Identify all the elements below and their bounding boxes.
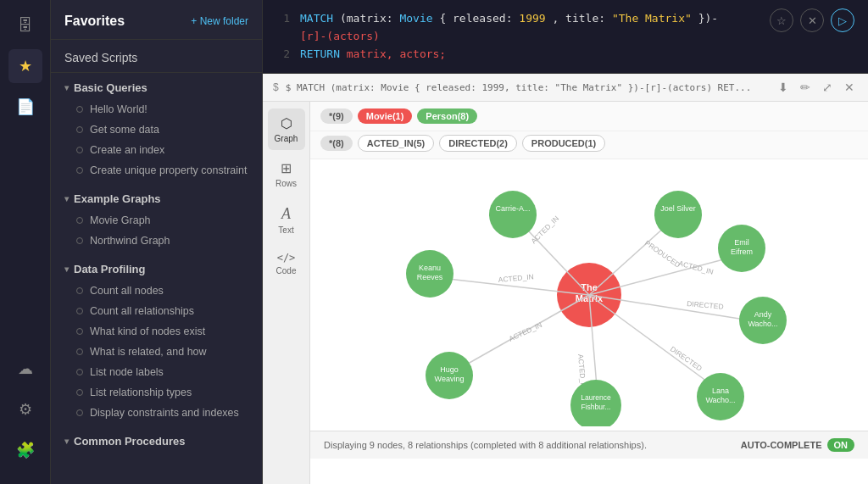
close-result-button[interactable]: ✕: [841, 79, 858, 96]
icon-bar-document[interactable]: 📄: [8, 90, 42, 124]
item-label: Northwind Graph: [90, 235, 170, 247]
chevron-down-icon: ▾: [64, 264, 69, 274]
list-item[interactable]: Display constraints and indexes: [51, 403, 262, 423]
list-item[interactable]: What kind of nodes exist: [51, 321, 262, 342]
list-item[interactable]: Create an index: [51, 140, 262, 160]
result-toolbar: $ $ MATCH (matrix: Movie { released: 199…: [263, 74, 868, 102]
dot-icon: [76, 147, 83, 153]
autocomplete-state[interactable]: ON: [827, 438, 855, 452]
list-item[interactable]: Count all nodes: [51, 281, 262, 301]
status-bar: Displaying 9 nodes, 8 relationships (com…: [310, 431, 868, 459]
icon-bar-database[interactable]: 🗄: [8, 8, 42, 42]
code-editor: 1 MATCH (matrix: Movie { released: 1999 …: [263, 0, 868, 74]
icon-bar-settings[interactable]: ⚙: [8, 392, 42, 426]
list-item[interactable]: List relationship types: [51, 382, 262, 403]
dot-icon: [76, 308, 83, 314]
icon-bar-puzzle[interactable]: 🧩: [8, 433, 42, 467]
node-label2: Wacho...: [705, 396, 735, 404]
download-button[interactable]: ⬇: [775, 79, 792, 96]
side-tabs: ⬡ Graph ⊞ Rows A Text </> Code: [263, 102, 310, 484]
item-label: Create an index: [90, 144, 164, 156]
tab-graph[interactable]: ⬡ Graph: [268, 108, 305, 150]
dot-icon: [76, 409, 83, 416]
icon-bar-star[interactable]: ★: [8, 49, 42, 83]
node-label2: Eifrem: [731, 248, 753, 256]
filter-tag-person[interactable]: Person(8): [417, 108, 477, 124]
dot-icon: [76, 369, 83, 376]
example-graphs-section: ▾ Example Graphs Movie Graph Northwind G…: [51, 184, 262, 254]
star-button[interactable]: ☆: [770, 8, 793, 32]
rel-label: PRODUCED: [643, 239, 682, 270]
item-label: Count all nodes: [90, 285, 164, 297]
dot-icon: [76, 126, 83, 133]
tab-text-label: Text: [278, 225, 293, 235]
tab-code[interactable]: </> Code: [268, 245, 305, 282]
filter-tag-directed[interactable]: DIRECTED(2): [439, 135, 517, 152]
graph-view: *(9) Movie(1) Person(8) *(8) ACTED_IN(5)…: [310, 102, 868, 484]
run-button[interactable]: ▷: [831, 8, 854, 32]
filter-tag-all-nodes[interactable]: *(9): [320, 108, 353, 124]
item-label: Display constraints and indexes: [90, 407, 239, 419]
list-item[interactable]: Movie Graph: [51, 210, 262, 231]
list-item[interactable]: Get some data: [51, 120, 262, 140]
graph-svg-container: The Matrix ACTED_IN Carrie-A... PRODUCED…: [310, 159, 868, 431]
list-item[interactable]: Northwind Graph: [51, 231, 262, 251]
data-profiling-header[interactable]: ▾ Data Profiling: [51, 258, 262, 281]
item-label: What kind of nodes exist: [90, 325, 205, 337]
list-item[interactable]: What is related, and how: [51, 342, 262, 362]
filter-tag-all-rels[interactable]: *(8): [320, 136, 353, 151]
list-item[interactable]: Create unique property constraint: [51, 160, 262, 181]
status-text: Displaying 9 nodes, 8 relationships (com…: [324, 440, 647, 450]
chevron-down-icon: ▾: [64, 83, 69, 92]
edit-button[interactable]: ✏: [797, 79, 814, 96]
node-label: Hugo: [440, 365, 459, 374]
result-query-preview: $ MATCH (matrix: Movie { released: 1999,…: [286, 82, 768, 93]
rel-label: ACTED_IN: [508, 320, 543, 343]
list-item[interactable]: Count all relationships: [51, 301, 262, 321]
dot-icon: [76, 348, 83, 355]
icon-bar-cloud[interactable]: ☁: [8, 352, 42, 386]
filter-tag-produced[interactable]: PRODUCED(1): [522, 135, 605, 152]
rel-label: ACTED_IN: [677, 259, 714, 277]
filter-tag-acted-in[interactable]: ACTED_IN(5): [358, 135, 434, 152]
string-value: 1999: [519, 12, 545, 25]
outer-node[interactable]: [654, 191, 702, 238]
new-folder-button[interactable]: + New folder: [191, 15, 248, 27]
text-icon: A: [281, 205, 291, 223]
sidebar-title: Favorites: [64, 14, 125, 29]
node-label: Lana: [712, 387, 729, 395]
list-item[interactable]: Hello World!: [51, 99, 262, 120]
expand-button[interactable]: ⤢: [819, 79, 836, 96]
node-label2: Wacho...: [748, 320, 777, 328]
close-button[interactable]: ✕: [800, 8, 824, 32]
node-label2: Reeves: [417, 273, 443, 281]
code-line-1: 1 MATCH (matrix: Movie { released: 1999 …: [276, 10, 854, 28]
basic-queries-label: Basic Queries: [74, 81, 147, 94]
keyword-match: MATCH: [300, 12, 333, 25]
node-label: Andy: [754, 310, 772, 319]
tab-graph-label: Graph: [275, 134, 298, 143]
common-procedures-header[interactable]: ▾ Common Procedures: [51, 430, 262, 453]
rel-label: DIRECTED: [687, 299, 724, 311]
example-graphs-header[interactable]: ▾ Example Graphs: [51, 187, 262, 210]
sidebar: Favorites + New folder Saved Scripts ▾ B…: [51, 0, 263, 484]
list-item[interactable]: List node labels: [51, 362, 262, 382]
filter-tag-movie[interactable]: Movie(1): [358, 108, 413, 124]
item-label: Get some data: [90, 124, 159, 136]
rel-label: DIRECTED: [669, 345, 704, 373]
rows-icon: ⊞: [281, 160, 292, 176]
tab-rows[interactable]: ⊞ Rows: [268, 153, 305, 195]
filter-bar-row2: *(8) ACTED_IN(5) DIRECTED(2) PRODUCED(1): [310, 131, 868, 159]
keyword-return: RETURN: [300, 47, 340, 60]
tab-text[interactable]: A Text: [268, 198, 305, 242]
dot-icon: [76, 106, 83, 113]
code-icon: </>: [277, 252, 296, 264]
rel-label: ACTED_IN: [498, 273, 534, 285]
autocomplete-label: AUTO-COMPLETE: [741, 440, 822, 450]
saved-scripts-section: Saved Scripts: [51, 40, 262, 73]
outer-node[interactable]: [489, 191, 537, 238]
basic-queries-section: ▾ Basic Queries Hello World! Get some da…: [51, 73, 262, 184]
data-profiling-section: ▾ Data Profiling Count all nodes Count a…: [51, 254, 262, 426]
icon-bar: 🗄 ★ 📄 ☁ ⚙ 🧩: [0, 0, 51, 484]
basic-queries-header[interactable]: ▾ Basic Queries: [51, 76, 262, 99]
